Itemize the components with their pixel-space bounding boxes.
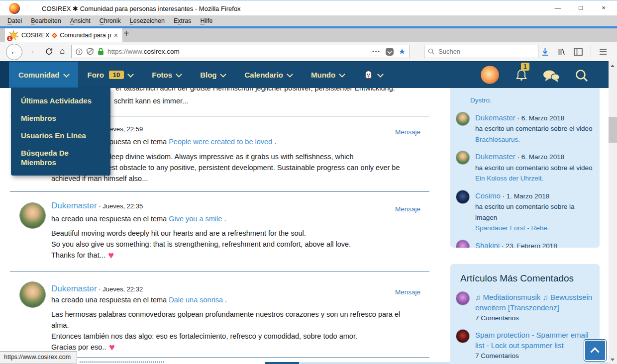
info-icon[interactable]: [76, 48, 83, 55]
chevron-down-icon: [377, 71, 384, 78]
dropdown-item-búsqueda-de-miembros[interactable]: Búsqueda De Miembros: [11, 144, 110, 171]
url-scheme: https://www.: [107, 48, 144, 55]
forward-button[interactable]: →: [27, 46, 35, 55]
topic-link[interactable]: People were created to be loved: [169, 138, 272, 146]
activity-target-link[interactable]: Ein Koloss der Uhrzeit.: [475, 173, 593, 184]
page-viewport: er tatsächlich auch der größte Hemmschuh…: [0, 61, 609, 364]
nav-item-comunidad[interactable]: Comunidad: [9, 62, 78, 88]
ghost-icon: [363, 70, 374, 81]
site-search-icon[interactable]: [574, 68, 589, 83]
sidebar-toggle-icon[interactable]: [574, 48, 583, 56]
scroll-to-top-button[interactable]: [584, 340, 606, 361]
url-text[interactable]: https://www.cosirex.com: [107, 48, 180, 55]
avatar[interactable]: [456, 292, 469, 305]
nav-item-ghost[interactable]: [354, 62, 392, 88]
browser-scrollbar[interactable]: [609, 61, 617, 364]
article-item: Spam protection - Spammer email list - L…: [456, 330, 593, 360]
pocket-icon[interactable]: [386, 48, 394, 56]
search-bar[interactable]: [424, 45, 538, 58]
activity-user-link[interactable]: Shakini: [475, 241, 500, 248]
menubar-item-lesezeichen[interactable]: Lesezeichen: [125, 16, 169, 25]
tracking-protection-shield-icon[interactable]: [86, 48, 94, 55]
nav-item-mundo[interactable]: Mundo: [302, 62, 354, 88]
dropdown-item-miembros[interactable]: Miembros: [11, 109, 110, 127]
tab-favicon: 1: [8, 30, 18, 40]
new-tab-button[interactable]: +: [123, 28, 129, 39]
page-actions-icon[interactable]: •••: [372, 49, 381, 54]
message-link[interactable]: Mensaje: [395, 288, 420, 296]
activity-user-link[interactable]: Cosimo: [475, 191, 501, 200]
nav-item-fotos[interactable]: Fotos: [142, 62, 191, 88]
browser-window: COSIREX ✱ Comunidad para personas intere…: [0, 0, 617, 364]
maximize-button[interactable]: □: [569, 1, 592, 15]
author-link[interactable]: Dukemaster: [51, 284, 97, 293]
avatar[interactable]: [20, 203, 45, 228]
avatar[interactable]: [20, 282, 45, 307]
nav-item-calendario[interactable]: Calendario: [235, 62, 302, 88]
menubar-item-bearbeiten[interactable]: Bearbeiten: [26, 16, 65, 25]
activity-target-link[interactable]: Dystro.: [470, 95, 600, 106]
nav-item-label: Mundo: [311, 71, 335, 79]
minimize-button[interactable]: —: [546, 1, 569, 15]
chevron-down-icon: [176, 71, 182, 78]
menubar-item-chronik[interactable]: Chronik: [95, 16, 125, 25]
cutoff-row-fragment: [265, 362, 299, 364]
tab-label-prefix: COSIREX: [21, 32, 49, 39]
hamburger-menu-icon[interactable]: [599, 48, 607, 55]
dropdown-item-últimas-actividades[interactable]: Últimas Actividades: [11, 92, 110, 109]
messages-chat-icon[interactable]: [542, 70, 560, 83]
avatar[interactable]: [456, 190, 469, 203]
nav-item-label: Blog: [200, 71, 216, 79]
post-header: Dukemaster · Jueves, 22:35: [51, 201, 143, 211]
reload-button[interactable]: [45, 47, 53, 56]
avatar[interactable]: [456, 112, 469, 125]
heart-icon: ♥: [105, 250, 114, 261]
scrollbar-down-arrow[interactable]: [611, 359, 615, 361]
avatar[interactable]: [456, 240, 469, 248]
article-link[interactable]: ♫ Meditationsmusik ♫ Bewusstsein erweite…: [475, 292, 593, 313]
activity-target-link[interactable]: Brachiosaurus.: [475, 134, 593, 145]
post-body: Beautiful moving words deeply hit our he…: [51, 228, 351, 261]
post-header: Dukemaster · Jueves, 22:32: [51, 284, 143, 294]
cutoff-row-fragment: [80, 362, 164, 363]
user-avatar[interactable]: [481, 66, 499, 84]
tab-close-icon[interactable]: ×: [113, 31, 119, 39]
menubar-item-extras[interactable]: Extras: [169, 16, 196, 25]
avatar[interactable]: [456, 151, 469, 164]
nav-item-foro[interactable]: Foro10: [78, 62, 143, 88]
menubar-item-datei[interactable]: Datei: [3, 16, 26, 25]
dropdown-item-usuarios-en-línea[interactable]: Usuarios En Línea: [11, 127, 110, 144]
nav-item-blog[interactable]: Blog: [191, 62, 235, 88]
avatar[interactable]: [456, 330, 469, 343]
topic-link[interactable]: Dale una sonrisa: [169, 296, 223, 304]
article-comment-count: 7 Comentarios: [475, 352, 593, 360]
scrollbar-thumb[interactable]: [609, 117, 617, 143]
nav-item-label: Fotos: [152, 71, 172, 79]
topic-link[interactable]: Give you a smile: [169, 215, 222, 223]
bookmark-star-icon[interactable]: ★: [399, 48, 406, 56]
nav-item-label: Comunidad: [18, 71, 60, 79]
download-icon[interactable]: [541, 48, 549, 56]
message-link[interactable]: Mensaje: [395, 128, 420, 136]
home-button[interactable]: ⌂: [60, 46, 65, 56]
activity-action: ha escrito un comentario sobre el video: [475, 163, 593, 174]
close-button[interactable]: ×: [592, 1, 615, 15]
post-action-text: ha creado una respuesta en el tema Dale …: [51, 296, 227, 304]
author-link[interactable]: Dukemaster: [51, 201, 97, 210]
activity-user-link[interactable]: Dukemaster: [475, 152, 515, 161]
active-tab[interactable]: 1 COSIREX Comunidad para p ×: [5, 28, 122, 42]
search-input[interactable]: [437, 47, 514, 56]
activity-user-link[interactable]: Dukemaster: [475, 113, 515, 122]
menubar-item-hilfe[interactable]: Hilfe: [196, 16, 217, 25]
menubar-item-ansicht[interactable]: Ansicht: [66, 16, 95, 25]
message-link[interactable]: Mensaje: [395, 205, 420, 213]
burst-icon: [51, 32, 58, 39]
back-button[interactable]: ←: [6, 44, 22, 60]
activity-target-link[interactable]: Spandauer Forst - Rehe.: [475, 223, 593, 234]
library-icon[interactable]: [557, 48, 566, 56]
url-bar[interactable]: https://www.cosirex.com ••• ★: [71, 45, 410, 58]
nav-item-label: Calendario: [244, 71, 283, 79]
activity-date: · 1. Marzo 2018: [501, 192, 549, 200]
article-link[interactable]: Spam protection - Spammer email list - L…: [475, 330, 593, 351]
scrollbar-up-arrow[interactable]: [611, 65, 615, 67]
